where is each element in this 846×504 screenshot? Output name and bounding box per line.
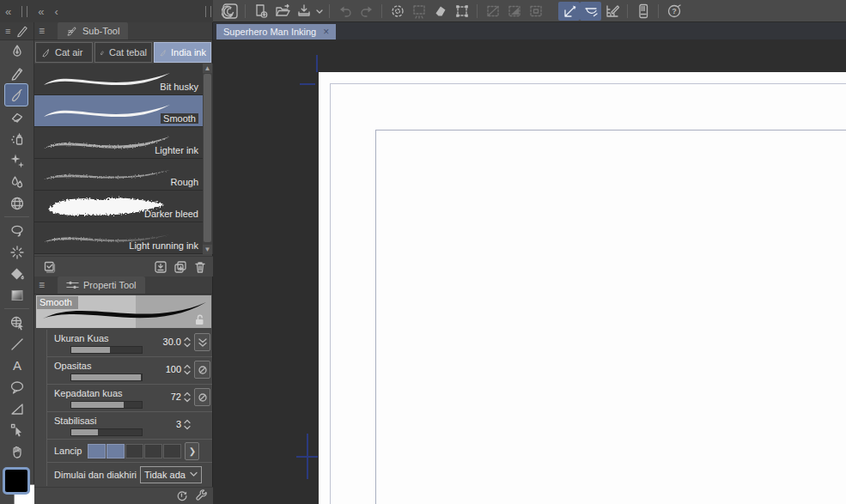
scrollbar-thumb[interactable] (204, 74, 211, 242)
taper-level-boxes[interactable] (88, 444, 181, 458)
new-file-button[interactable] (250, 2, 271, 21)
undo-button[interactable] (334, 2, 356, 21)
tool-brush[interactable] (4, 83, 28, 106)
material-panel-button[interactable] (632, 2, 654, 21)
start-end-dropdown[interactable]: Tidak ada (140, 466, 202, 483)
selection-launcher-button[interactable] (482, 2, 503, 21)
stabilization-slider[interactable] (70, 428, 143, 436)
subtool-tab-cat-air[interactable]: Cat air (35, 42, 93, 63)
brush-density-slider[interactable] (70, 401, 143, 409)
delete-subtool-icon[interactable] (192, 259, 209, 275)
scroll-down-icon[interactable]: ▼ (203, 245, 212, 254)
brush-name: Darker bleed (144, 209, 198, 219)
opacity-slider[interactable] (70, 373, 143, 381)
clear-button[interactable] (429, 2, 451, 21)
redo-button[interactable] (356, 2, 377, 21)
reset-all-settings-icon[interactable] (173, 489, 190, 504)
spinner-icon[interactable] (183, 391, 192, 404)
close-document-icon[interactable]: × (323, 26, 329, 38)
tool-text[interactable]: A (0, 355, 34, 376)
save-file-button[interactable] (293, 2, 314, 21)
import-subtool-icon[interactable] (152, 259, 169, 275)
subtool-panel-tab[interactable]: Sub-Tool (58, 22, 128, 39)
scale-rotate-button[interactable] (451, 2, 472, 21)
tool-hand[interactable] (0, 440, 34, 462)
brush-row-light-running-ink[interactable]: Light running ink (34, 222, 204, 254)
tool-lasso[interactable] (0, 220, 34, 241)
collapse-left2-icon[interactable]: « (33, 5, 49, 18)
taper-box[interactable] (125, 444, 143, 458)
size-dynamics-button[interactable] (194, 333, 210, 351)
brush-row-rough[interactable]: Rough (34, 159, 204, 191)
taper-box[interactable] (107, 444, 125, 458)
panel-menu-icon[interactable]: ≡ (5, 26, 10, 36)
snap-to-grid-button[interactable] (601, 2, 623, 21)
spinner-icon[interactable] (183, 363, 192, 376)
taper-box[interactable] (88, 444, 106, 458)
no-dynamics-button[interactable] (194, 388, 210, 406)
tool-eraser[interactable] (0, 106, 34, 128)
snap-to-ruler-button[interactable] (558, 2, 580, 21)
spinner-icon[interactable] (183, 418, 192, 431)
duplicate-subtool-icon[interactable] (172, 259, 189, 275)
unlock-icon[interactable] (194, 313, 205, 325)
brush-size-slider[interactable] (70, 346, 143, 354)
help-button[interactable]: ? (663, 2, 685, 21)
tool-auto-select[interactable] (0, 241, 34, 263)
tool-property-tab[interactable]: Properti Tool (58, 276, 145, 294)
tool-line[interactable] (0, 333, 34, 355)
clip-studio-logo-button[interactable] (219, 2, 240, 21)
canvas-area[interactable]: Superhero Man Inking × (213, 22, 846, 504)
panel-menu-icon[interactable]: ≡ (34, 279, 49, 291)
foreground-color-swatch[interactable] (3, 467, 30, 495)
taper-expand-button[interactable]: ❯ (185, 442, 199, 460)
tool-decoration[interactable] (0, 149, 34, 171)
scroll-up-icon[interactable]: ▲ (203, 64, 212, 73)
property-row-start-end: Dimulai dan diakhiri Tidak ada (47, 463, 212, 486)
tool-gradient[interactable] (0, 284, 34, 306)
tool-fill[interactable] (0, 263, 34, 284)
subtool-tab-cat-tebal[interactable]: Cat tebal (94, 42, 152, 63)
document-tab[interactable]: Superhero Man Inking × (216, 24, 336, 39)
tool-frame-border[interactable] (0, 192, 34, 214)
selection-invert-button[interactable] (503, 2, 525, 21)
brush-density-value[interactable]: 72 (171, 392, 181, 402)
open-file-button[interactable] (271, 2, 293, 21)
panel-menu-icon[interactable]: ≡ (34, 25, 49, 37)
save-dropdown-icon[interactable] (314, 2, 325, 21)
taper-box[interactable] (163, 444, 181, 458)
checklist-icon[interactable] (41, 259, 58, 275)
selection-border-button[interactable] (525, 2, 546, 21)
brush-size-value[interactable]: 30.0 (163, 337, 181, 347)
reselect-button[interactable] (408, 2, 429, 21)
brush-list-scrollbar[interactable]: ▲ ▼ (203, 64, 212, 254)
tool-balloon[interactable] (0, 376, 34, 398)
deselect-button[interactable] (386, 2, 408, 21)
tool-blend[interactable] (0, 171, 34, 192)
tool-airbrush[interactable] (0, 128, 34, 149)
brush-row-lighter-ink[interactable]: Lighter ink (34, 127, 204, 159)
subtool-tab-india-ink[interactable]: India ink (154, 42, 211, 63)
brush-row-smooth[interactable]: Smooth (34, 95, 204, 127)
collapse-single-icon[interactable]: ‹ (49, 5, 63, 18)
tool-operation[interactable] (0, 419, 34, 440)
spinner-icon[interactable] (183, 336, 192, 349)
tool-property-rows: Ukuran Kuas 30.0 Opasitas 100 Kepadatan … (46, 330, 212, 486)
panel-collapse-bar: « « ‹ (0, 0, 213, 23)
collapse-left-icon[interactable]: « (0, 5, 16, 18)
brush-row-darker-bleed[interactable]: Darker bleed (34, 191, 204, 222)
tool-polyline[interactable] (0, 398, 34, 419)
brush-row-bit-husky[interactable]: Bit husky (34, 64, 204, 95)
taper-box[interactable] (144, 444, 162, 458)
opacity-value[interactable]: 100 (166, 364, 181, 374)
tool-pen[interactable] (0, 40, 34, 62)
panel-grip-icon[interactable] (205, 6, 211, 17)
snap-to-special-ruler-button[interactable] (580, 2, 601, 21)
tool-object[interactable] (0, 312, 34, 333)
stabilization-value[interactable]: 3 (176, 419, 181, 429)
brush-preview[interactable]: Smooth (36, 295, 211, 328)
tool-pencil[interactable] (0, 62, 34, 83)
panel-grip-icon[interactable] (21, 6, 27, 17)
no-dynamics-button[interactable] (194, 361, 210, 379)
wrench-icon[interactable] (192, 489, 210, 504)
